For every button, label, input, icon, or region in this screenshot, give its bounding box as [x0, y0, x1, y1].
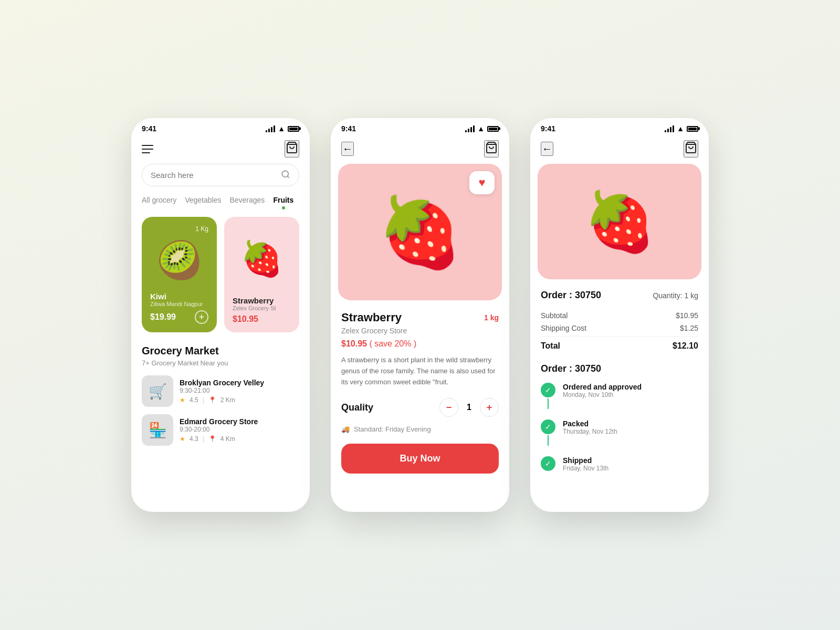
tab-fruits[interactable]: Fruits — [273, 196, 293, 206]
market-name-2: Edmard Grocery Store — [180, 417, 258, 426]
step-check-1: ✓ — [541, 383, 555, 397]
cart-button-3[interactable] — [684, 140, 698, 158]
order-hero-image: 🍓 — [584, 188, 656, 256]
favorite-button[interactable]: ♥ — [469, 171, 495, 194]
step-date-2: Thursday, Nov 12th — [563, 428, 617, 435]
status-icons-2: ▲ — [465, 124, 499, 133]
cart-button-2[interactable] — [484, 140, 499, 158]
step-line-2 — [548, 435, 549, 446]
tab-all-grocery[interactable]: All grocery — [142, 196, 176, 206]
market-item-1[interactable]: 🛒 Broklyan Grocery Velley 9:30-21:00 ★ 4… — [142, 375, 299, 407]
quality-label: Quality — [341, 402, 373, 413]
price-breakdown: Subtotal $10.95 Shipping Cost $1.25 Tota… — [541, 309, 698, 353]
decrease-quantity-button[interactable]: − — [439, 398, 458, 417]
nav-bar-1 — [131, 136, 310, 164]
step-title-2: Packed — [563, 419, 617, 428]
wifi-icon-2: ▲ — [477, 124, 485, 133]
product-description: A strawberry is a short plant in the wil… — [341, 355, 499, 387]
total-label: Total — [541, 341, 560, 351]
step-line-1 — [548, 398, 549, 409]
step-indicator-1: ✓ — [541, 383, 555, 409]
wifi-icon-3: ▲ — [677, 124, 684, 133]
market-thumb-1: 🛒 — [142, 375, 173, 407]
kiwi-store: Ziliwa Mandi Nagpur — [150, 301, 208, 307]
tracking-step-2: ✓ Packed Thursday, Nov 12th — [541, 419, 698, 456]
subtotal-row: Subtotal $10.95 — [541, 309, 698, 322]
order-number-display: Order : 30750 — [541, 290, 601, 301]
phone-screen-2: 9:41 ▲ ← — [331, 118, 509, 512]
product-hero: 🍓 ♥ — [338, 164, 502, 300]
battery-icon-1 — [288, 126, 299, 132]
market-meta-1: ★ 4.5 | 📍 2 Km — [180, 396, 264, 404]
time-display-1: 9:41 — [142, 124, 156, 133]
step-date-3: Friday, Nov 13th — [563, 465, 608, 472]
subtotal-label: Subtotal — [541, 311, 568, 320]
market-item-2[interactable]: 🏪 Edmard Grocery Store 9:30-20:00 ★ 4.3 … — [142, 414, 299, 446]
strawberry-image: 🍓 — [233, 225, 291, 292]
product-weight: 1 kg — [484, 313, 499, 322]
status-icons-1: ▲ — [266, 124, 299, 133]
step-indicator-3: ✓ — [541, 456, 555, 471]
tracking-title: Order : 30750 — [541, 363, 698, 374]
step-indicator-2: ✓ — [541, 419, 555, 446]
menu-icon[interactable] — [142, 145, 153, 153]
tab-vegetables[interactable]: Vegetables — [185, 196, 221, 206]
order-content: Order : 30750 Quantity: 1 kg Subtotal $1… — [530, 290, 709, 472]
step-title-3: Shipped — [563, 456, 608, 465]
step-title-1: Ordered and approved — [563, 383, 642, 391]
tracking-step-3: ✓ Shipped Friday, Nov 13th — [541, 456, 698, 472]
kiwi-weight: 1 Kg — [195, 225, 208, 233]
kiwi-image: 🥝 — [150, 233, 208, 288]
quantity-controls: − 1 + — [439, 398, 499, 417]
order-header-row: Order : 30750 Quantity: 1 kg — [541, 290, 698, 301]
shipping-value: $1.25 — [680, 324, 698, 332]
search-bar[interactable] — [142, 164, 299, 186]
screen1-content: All grocery Vegetables Beverages Fruits … — [131, 164, 310, 512]
location-icon-2: 📍 — [208, 435, 216, 443]
buy-now-button[interactable]: Buy Now — [341, 444, 499, 474]
save-badge: ( save 20% ) — [369, 339, 416, 348]
total-value: $12.10 — [673, 341, 698, 351]
market-distance-1: 2 Km — [220, 396, 235, 404]
phone-screen-1: 9:41 ▲ — [131, 118, 310, 512]
kiwi-price-row: $19.99 + — [150, 310, 208, 324]
step-info-1: Ordered and approved Monday, Nov 10th — [563, 383, 642, 398]
category-tabs: All grocery Vegetables Beverages Fruits — [142, 196, 299, 206]
quality-row: Quality − 1 + — [341, 398, 499, 417]
market-section-title: Grocery Market — [142, 345, 299, 357]
strawberry-price: $10.95 — [233, 314, 258, 324]
back-button-2[interactable]: ← — [341, 142, 354, 156]
step-info-2: Packed Thursday, Nov 12th — [563, 419, 617, 435]
quantity-value: 1 — [467, 403, 471, 412]
delivery-text: Standard: Friday Evening — [354, 425, 431, 433]
increase-quantity-button[interactable]: + — [480, 398, 499, 417]
signal-icon-1 — [266, 125, 275, 132]
strawberry-price-row: $10.95 — [233, 314, 291, 324]
market-info-1: Broklyan Grocery Velley 9:30-21:00 ★ 4.5… — [180, 379, 264, 404]
kiwi-price: $19.99 — [150, 312, 176, 322]
market-hours-1: 9:30-21:00 — [180, 387, 264, 394]
market-thumb-2: 🏪 — [142, 414, 173, 446]
nav-bar-3: ← — [530, 136, 709, 164]
search-button[interactable] — [281, 170, 290, 181]
product-card-kiwi[interactable]: 1 Kg 🥝 Kiwi Ziliwa Mandi Nagpur $19.99 + — [142, 217, 217, 332]
market-rating-2: 4.3 — [190, 435, 198, 443]
search-input[interactable] — [151, 171, 277, 180]
tracking-steps: ✓ Ordered and approved Monday, Nov 10th … — [541, 383, 698, 472]
price-line: $10.95 ( save 20% ) — [341, 339, 499, 349]
market-list: 🛒 Broklyan Grocery Velley 9:30-21:00 ★ 4… — [142, 375, 299, 446]
delivery-line: 🚚 Standard: Friday Evening — [341, 425, 499, 433]
time-display-3: 9:41 — [541, 124, 555, 133]
back-button-3[interactable]: ← — [541, 142, 553, 156]
product-card-strawberry[interactable]: 🍓 Strawberry Zelex Grocery St $10.95 — [224, 217, 299, 332]
shipping-label: Shipping Cost — [541, 324, 586, 332]
kiwi-add-button[interactable]: + — [195, 310, 208, 324]
tab-beverages[interactable]: Beverages — [229, 196, 265, 206]
cart-button-1[interactable] — [285, 140, 299, 158]
phone-screen-3: 9:41 ▲ ← — [530, 118, 709, 512]
battery-icon-2 — [487, 126, 499, 132]
battery-icon-3 — [687, 126, 698, 132]
status-bar-3: 9:41 ▲ — [530, 118, 709, 136]
truck-icon: 🚚 — [341, 425, 350, 433]
tracking-step-1: ✓ Ordered and approved Monday, Nov 10th — [541, 383, 698, 419]
